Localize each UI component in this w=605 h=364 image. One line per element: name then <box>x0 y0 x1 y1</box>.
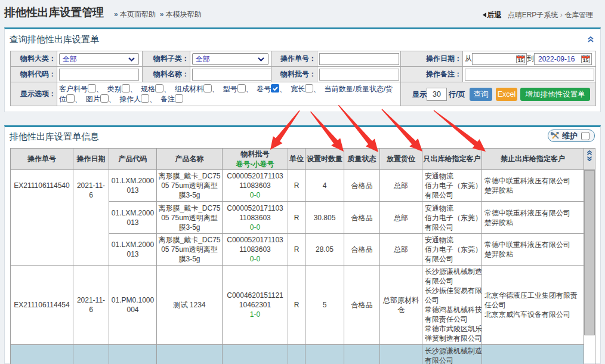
svg-text:15: 15 <box>583 57 589 63</box>
svg-text:15: 15 <box>518 57 524 63</box>
